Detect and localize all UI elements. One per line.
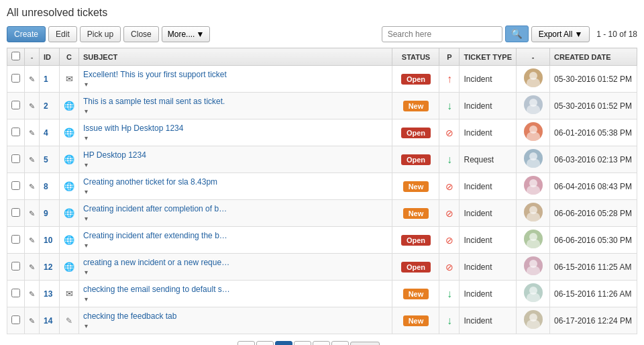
ticket-subject[interactable]: checking the email sending to default su… <box>79 281 392 307</box>
globe-icon: 🌐 <box>64 235 74 245</box>
ticket-id[interactable]: 2 <box>40 93 60 119</box>
mail-icon: ✉ <box>66 74 73 84</box>
more-dropdown-icon: ▼ <box>196 30 204 39</box>
ticket-avatar <box>517 307 550 334</box>
ticket-status: New <box>392 281 439 307</box>
avatar <box>524 203 543 221</box>
ticket-created-date: 06-06-2016 05:30 PM <box>550 227 637 254</box>
search-button[interactable]: 🔍 <box>505 26 529 42</box>
ticket-subject[interactable]: Creating incident after completion of bu… <box>79 200 392 227</box>
avatar <box>524 95 543 114</box>
ticket-id[interactable]: 9 <box>40 200 60 227</box>
more-button[interactable]: More.... ▼ <box>162 26 211 42</box>
row-checkbox[interactable] <box>11 208 20 217</box>
edit-icon[interactable]: ✎ <box>29 183 35 191</box>
pencil-icon: ✎ <box>66 316 72 326</box>
subject-dropdown-icon: ▾ <box>85 268 88 276</box>
create-button[interactable]: Create <box>7 26 46 42</box>
edit-icon[interactable]: ✎ <box>29 129 35 137</box>
main-container: All unresolved tickets Create Edit Pick … <box>0 0 644 345</box>
edit-icon[interactable]: ✎ <box>29 236 35 244</box>
table-row: ✎8🌐Creating another ticket for sla 8.43p… <box>7 173 637 200</box>
ticket-id[interactable]: 10 <box>40 227 60 254</box>
ticket-subject[interactable]: Excellent! This is your first support ti… <box>79 66 392 93</box>
more-label: More.... <box>168 30 195 39</box>
subject-dropdown-icon: ▾ <box>85 161 88 168</box>
ticket-avatar <box>517 66 550 93</box>
avatar <box>524 230 543 248</box>
row-checkbox[interactable] <box>11 101 20 109</box>
ticket-id[interactable]: 4 <box>40 119 60 146</box>
first-page-button[interactable]: ⏮ <box>237 341 255 345</box>
per-page-select[interactable]: 10 25 50 <box>350 342 380 345</box>
ticket-subject[interactable]: This is a sample test mail sent as ticke… <box>79 93 392 119</box>
ticket-id[interactable]: 12 <box>40 254 60 281</box>
row-checkbox[interactable] <box>11 128 20 136</box>
edit-icon[interactable]: ✎ <box>29 75 35 83</box>
col-created-date: CREATED DATE <box>550 48 637 66</box>
ticket-created-date: 06-01-2016 05:38 PM <box>550 119 637 146</box>
ticket-status: Open <box>392 227 439 254</box>
row-checkbox[interactable] <box>11 289 20 297</box>
ticket-subject[interactable]: creating a new incident or a new request… <box>79 254 392 281</box>
search-input[interactable] <box>382 26 502 42</box>
col-dash: - <box>25 48 40 66</box>
subject-dropdown-icon: ▾ <box>85 81 88 88</box>
close-button[interactable]: Close <box>123 26 159 42</box>
edit-icon[interactable]: ✎ <box>29 102 35 110</box>
pickup-button[interactable]: Pick up <box>80 26 121 42</box>
ticket-subject[interactable]: Creating another ticket for sla 8.43pm▾ <box>79 173 392 200</box>
row-checkbox[interactable] <box>11 262 20 270</box>
row-checkbox[interactable] <box>11 181 20 190</box>
export-button[interactable]: Export All ▼ <box>531 26 590 42</box>
ticket-id[interactable]: 13 <box>40 281 60 307</box>
priority-down-icon: ↓ <box>447 154 452 165</box>
edit-button[interactable]: Edit <box>48 26 77 42</box>
ticket-status: Open <box>392 254 439 281</box>
ticket-avatar <box>517 119 550 146</box>
next-page-button[interactable]: ❯ <box>313 341 330 345</box>
edit-icon[interactable]: ✎ <box>29 290 35 298</box>
ticket-id[interactable]: 8 <box>40 173 60 200</box>
ticket-avatar <box>517 173 550 200</box>
globe-icon: 🌐 <box>64 128 74 138</box>
row-checkbox[interactable] <box>11 315 20 324</box>
ticket-status: New <box>392 200 439 227</box>
globe-icon: 🌐 <box>64 101 74 111</box>
ticket-subject[interactable]: HP Desktop 1234▾ <box>79 146 392 173</box>
ticket-id[interactable]: 14 <box>40 307 60 334</box>
row-checkbox[interactable] <box>11 154 20 163</box>
subject-dropdown-icon: ▾ <box>85 295 88 303</box>
subject-dropdown-icon: ▾ <box>85 215 88 222</box>
ticket-subject[interactable]: Creating incident after extending the bu… <box>79 227 392 254</box>
col-check <box>7 48 25 66</box>
last-page-button[interactable]: ⏭ <box>331 341 349 345</box>
ticket-created-date: 06-03-2016 02:13 PM <box>550 146 637 173</box>
prev-page-button[interactable]: ❮ <box>256 341 274 345</box>
col-priority: P <box>439 48 460 66</box>
row-checkbox[interactable] <box>11 74 20 83</box>
ticket-subject[interactable]: checking the feedback tab▾ <box>79 307 392 334</box>
ticket-id[interactable]: 5 <box>40 146 60 173</box>
ticket-avatar <box>517 281 550 307</box>
page-1-button[interactable]: 1 <box>275 341 292 345</box>
edit-icon[interactable]: ✎ <box>29 209 35 217</box>
table-header: - ID C SUBJECT STATUS P TICKET TYPE - CR… <box>7 48 637 66</box>
priority-down-icon: ↓ <box>447 315 452 326</box>
ticket-type: Incident <box>460 93 517 119</box>
page-2-button[interactable]: 2 <box>294 341 311 345</box>
ticket-priority: ↑ <box>439 66 460 93</box>
edit-icon[interactable]: ✎ <box>29 317 35 325</box>
ticket-subject[interactable]: Issue with Hp Desktop 1234▾ <box>79 119 392 146</box>
edit-icon[interactable]: ✎ <box>29 263 35 271</box>
row-checkbox[interactable] <box>11 235 20 244</box>
ticket-id[interactable]: 1 <box>40 66 60 93</box>
globe-icon: 🌐 <box>64 262 74 272</box>
avatar <box>524 68 543 87</box>
ticket-priority: ⊘ <box>439 119 460 146</box>
table-row: ✎2🌐This is a sample test mail sent as ti… <box>7 93 637 119</box>
pagination-bar: ⏮ ❮ 1 2 ❯ ⏭ 10 25 50 / Page <box>7 341 637 345</box>
edit-icon[interactable]: ✎ <box>29 156 35 164</box>
export-dropdown-icon: ▼ <box>574 30 582 39</box>
select-all-checkbox[interactable] <box>11 52 20 60</box>
